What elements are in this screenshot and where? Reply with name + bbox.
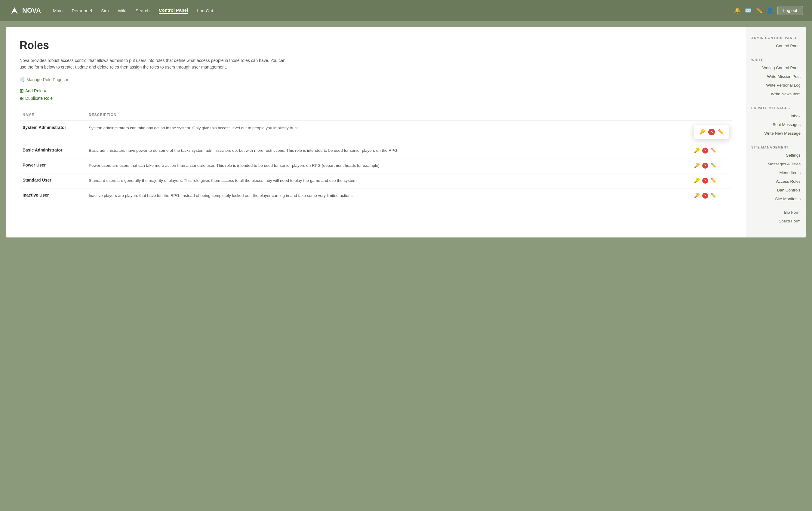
action-icons: 🔑 ✕ ✏️ [694,178,729,184]
role-name: Inactive User [23,193,49,198]
logout-button[interactable]: Log out [777,6,803,15]
roles-table: NAME DESCRIPTION System AdministratorSys… [20,110,732,204]
view-icon[interactable]: 🔑 [699,129,705,135]
delete-icon[interactable]: ✕ [702,193,708,199]
sidebar-write-new-message[interactable]: Write New Message [746,129,806,138]
table-row: Standard UserStandard users are generall… [20,173,732,188]
table-row: Power UserPower users are users that can… [20,158,732,173]
nav-main[interactable]: Main [53,8,63,13]
nav-logout[interactable]: Log Out [197,8,213,13]
nav-links: Main Personnel Sim Wiki Search Control P… [53,7,734,14]
delete-icon[interactable]: ✕ [708,129,715,135]
content-panel: Roles Nova provides robust access contro… [6,27,746,237]
sidebar-settings[interactable]: Settings [746,151,806,160]
action-icons: 🔑 ✕ ✏️ [694,193,729,199]
top-navigation: NOVA Main Personnel Sim Wiki Search Cont… [0,0,812,21]
bell-icon[interactable]: 🔔 [734,7,741,14]
edit-icon[interactable]: ✏️ [710,162,717,168]
col-description: DESCRIPTION [86,110,691,121]
sidebar-messages-titles[interactable]: Messages & Titles [746,160,806,168]
action-popup: 🔑 ✕ ✏️ [694,125,729,139]
mail-icon[interactable]: ✉️ [745,7,752,14]
role-name: Standard User [23,178,52,182]
sidebar-bio-form[interactable]: Bio Form [746,208,806,217]
edit-icon[interactable]: ✏️ [710,178,717,183]
sidebar-writing-control-panel[interactable]: Writing Control Panel [746,63,806,72]
role-description: Standard users are generally the majorit… [89,178,357,183]
table-row: Inactive UserInactive players are player… [20,188,732,203]
delete-icon[interactable]: ✕ [702,148,708,154]
page-title: Roles [20,39,732,52]
main-wrapper: Roles Nova provides robust access contro… [6,27,806,237]
page-description: Nova provides robust access control that… [20,57,290,71]
table-header-row: NAME DESCRIPTION [20,110,732,121]
sidebar-section-private: PRIVATE MESSAGES [746,103,806,112]
col-name: NAME [20,110,86,121]
edit-icon[interactable]: ✏️ [710,193,717,199]
view-icon[interactable]: 🔑 [694,148,700,153]
view-icon[interactable]: 🔑 [694,162,700,168]
role-description: Inactive players are players that have l… [89,193,354,198]
nav-personnel[interactable]: Personnel [71,8,92,13]
sidebar-specs-form[interactable]: Specs Form [746,217,806,226]
action-icons: 🔑 ✕ ✏️ [694,148,729,154]
nav-wiki[interactable]: Wiki [118,8,126,13]
table-row: Basic AdministratorBasic administrators … [20,143,732,158]
action-icons: 🔑 ✕ ✏️ [694,162,729,169]
nav-control-panel[interactable]: Control Panel [159,7,188,14]
delete-icon[interactable]: ✕ [702,178,708,184]
sidebar-menu-items[interactable]: Menu Items [746,168,806,177]
nav-search[interactable]: Search [135,8,150,13]
sidebar-access-roles[interactable]: Access Roles [746,177,806,186]
action-links: ⊞ Add Role » ⊞ Duplicate Role [20,88,732,101]
edit-icon[interactable]: ✏️ [710,148,717,153]
role-description: System administrators can take any actio… [89,126,299,130]
view-icon[interactable]: 🔑 [694,178,700,183]
sidebar: ADMIN CONTROL PANEL Control Panel WRITE … [746,27,806,237]
sidebar-write-personal-log[interactable]: Write Personal Log [746,81,806,90]
manage-icon: 🗒️ [20,77,25,82]
logo-text: NOVA [22,7,41,14]
edit-icon[interactable]: ✏️ [756,7,762,14]
logo-icon [9,5,20,16]
add-role-link[interactable]: ⊞ Add Role » [20,88,732,94]
sidebar-sent-messages[interactable]: Sent Messages [746,120,806,129]
sidebar-section-write: WRITE [746,55,806,63]
role-description: Power users are users that can take more… [89,163,381,168]
plus-icon-duplicate: ⊞ [20,96,24,101]
sidebar-write-mission-post[interactable]: Write Mission Post [746,72,806,81]
user-icon[interactable]: 👤 [766,7,773,14]
nav-sim[interactable]: Sim [101,8,109,13]
duplicate-role-link[interactable]: ⊞ Duplicate Role [20,96,732,101]
edit-icon[interactable]: ✏️ [718,129,724,135]
sidebar-inbox[interactable]: Inbox [746,112,806,120]
role-name: Basic Administrator [23,148,63,152]
logo[interactable]: NOVA [9,5,41,16]
sidebar-ban-controls[interactable]: Ban Controls [746,186,806,194]
role-description: Basic administrators have power to do so… [89,148,399,153]
table-row: System AdministratorSystem administrator… [20,121,732,143]
nav-right-icons: 🔔 ✉️ ✏️ 👤 Log out [734,6,803,15]
manage-role-pages-link[interactable]: 🗒️ Manage Role Pages » [20,77,68,82]
sidebar-section-site: SITE MANAGEMENT [746,143,806,151]
sidebar-write-news-item[interactable]: Write News Item [746,90,806,98]
svg-marker-0 [11,7,18,14]
sidebar-control-panel[interactable]: Control Panel [746,41,806,50]
delete-icon[interactable]: ✕ [702,162,708,169]
plus-icon-add: ⊞ [20,88,24,94]
role-name: Power User [23,162,46,168]
sidebar-section-admin: ADMIN CONTROL PANEL [746,33,806,41]
sidebar-site-manifests[interactable]: Site Manifests [746,194,806,203]
view-icon[interactable]: 🔑 [694,193,700,199]
role-name: System Administrator [23,125,66,130]
